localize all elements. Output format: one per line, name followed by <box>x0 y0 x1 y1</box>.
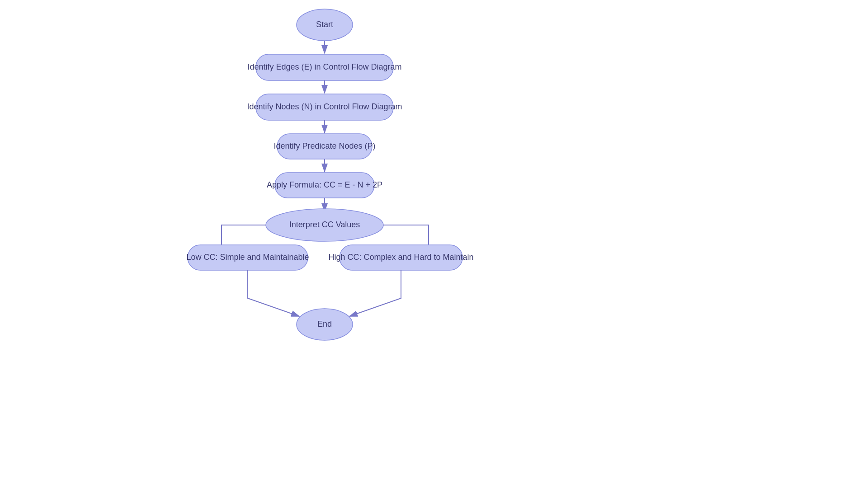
start-label: Start <box>316 20 333 29</box>
predicate-label: Identify Predicate Nodes (P) <box>274 141 375 150</box>
nodes-label: Identify Nodes (N) in Control Flow Diagr… <box>247 102 402 111</box>
arrow-low-end <box>248 270 299 316</box>
end-label: End <box>317 319 332 328</box>
formula-label: Apply Formula: CC = E - N + 2P <box>267 180 382 189</box>
edges-label: Identify Edges (E) in Control Flow Diagr… <box>247 62 401 71</box>
interpret-label: Interpret CC Values <box>289 220 360 229</box>
arrow-high-end <box>349 270 401 316</box>
high-cc-label: High CC: Complex and Hard to Maintain <box>328 253 473 262</box>
low-cc-label: Low CC: Simple and Maintainable <box>186 253 309 262</box>
flowchart-container: Start Identify Edges (E) in Control Flow… <box>0 0 868 488</box>
